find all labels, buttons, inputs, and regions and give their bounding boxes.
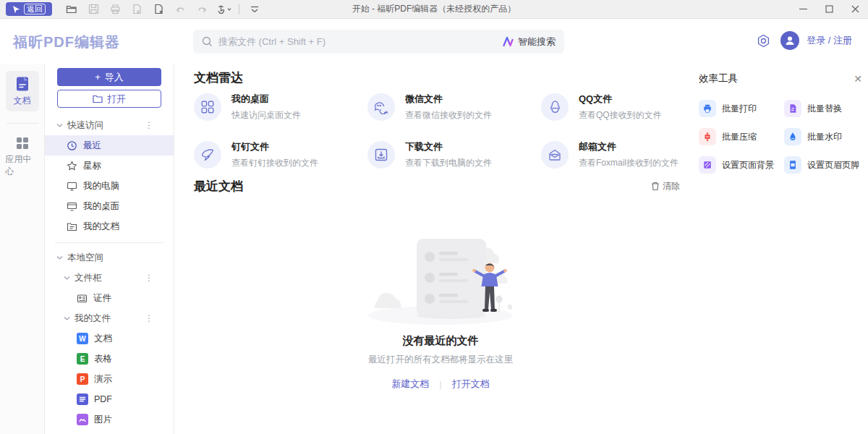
kebab-menu-icon[interactable]: ⋮ — [145, 120, 153, 130]
tools-panel-title: 效率工具 — [699, 72, 738, 85]
toolbar-divider — [239, 4, 239, 14]
open-button[interactable]: 打开 — [57, 90, 161, 108]
tool-batch-watermark[interactable]: 批量水印 — [784, 128, 862, 145]
rail-divider — [7, 123, 38, 124]
radar-card-dingtalk[interactable]: 钉钉文件查看钉钉接收到的文件 — [194, 139, 367, 171]
print-icon[interactable] — [104, 1, 126, 17]
avatar[interactable] — [780, 31, 799, 50]
tool-label: 设置页面背景 — [722, 159, 774, 171]
empty-title: 没有最近的文件 — [174, 334, 707, 348]
excel-file-icon: E — [77, 353, 88, 365]
open-file-icon[interactable] — [61, 1, 82, 17]
trash-icon — [651, 182, 660, 191]
export-page-icon[interactable] — [126, 1, 148, 17]
left-rail: 文档 应用中心 — [0, 64, 45, 434]
tree-item-word-documents[interactable]: W 文档 — [45, 328, 174, 349]
tool-batch-compress[interactable]: 批量压缩 — [699, 128, 784, 145]
card-title: 微信文件 — [405, 93, 492, 106]
mail-icon — [541, 141, 569, 169]
batch-replace-icon — [784, 100, 801, 117]
search-bar[interactable]: 智能搜索 — [193, 30, 564, 54]
settings-gear-icon[interactable] — [757, 34, 770, 48]
tree-item-certificates[interactable]: 证件 — [45, 288, 174, 308]
open-label: 打开 — [107, 93, 126, 106]
document-icon — [14, 76, 30, 92]
import-label: 导入 — [105, 71, 124, 84]
batch-watermark-icon — [784, 128, 801, 145]
tree-item-my-computer[interactable]: 我的电脑 — [45, 176, 174, 196]
open-document-link[interactable]: 打开文档 — [452, 378, 490, 391]
tool-label: 设置页眉页脚 — [807, 159, 859, 171]
app-logo: 福昕PDF编辑器 — [13, 33, 120, 52]
tree-item-slides[interactable]: P 演示 — [45, 369, 174, 389]
tool-header-footer[interactable]: 设置页眉页脚 — [784, 156, 862, 174]
rail-item-app-center[interactable]: 应用中心 — [6, 131, 39, 182]
radar-card-my-desktop[interactable]: 我的桌面快速访问桌面文件 — [194, 91, 367, 123]
import-button[interactable]: + 导入 — [57, 68, 161, 86]
tree-item-recent[interactable]: 最近 — [45, 135, 174, 156]
card-title: 钉钉文件 — [231, 140, 318, 153]
new-document-link[interactable]: 新建文档 — [391, 378, 429, 391]
close-panel-icon[interactable]: ✕ — [854, 74, 862, 84]
save-icon[interactable] — [82, 1, 104, 17]
kebab-menu-icon[interactable]: ⋮ — [145, 273, 153, 283]
maximize-button[interactable] — [816, 0, 842, 19]
tree-item-pdf[interactable]: PDF — [45, 389, 174, 409]
tool-batch-print[interactable]: 批量打印 — [699, 100, 784, 117]
radar-card-wechat[interactable]: 微信文件查看微信接收到的文件 — [367, 91, 541, 123]
login-register-link[interactable]: 登录 / 注册 — [807, 34, 852, 47]
tree-item-starred[interactable]: 星标 — [45, 156, 174, 176]
close-button[interactable] — [842, 0, 868, 19]
efficiency-tools-panel: 效率工具 ✕ 批量打印 批量替换 批量压缩 批量水印 设置页面背景 设置页眉页脚 — [699, 72, 862, 174]
radar-card-mailbox[interactable]: 邮箱文件查看Foxmail接收到的文件 — [541, 139, 715, 171]
link-separator: | — [439, 379, 441, 390]
item-label: 最近 — [83, 140, 101, 152]
image-file-icon — [77, 414, 88, 425]
new-page-icon[interactable] — [148, 1, 169, 17]
ai-search-button[interactable]: 智能搜索 — [503, 35, 556, 48]
caret-down-icon — [56, 123, 63, 128]
tree-item-my-desktop[interactable]: 我的桌面 — [45, 196, 174, 216]
search-input[interactable] — [218, 36, 503, 47]
tree-group-my-files[interactable]: 我的文件 ⋮ — [45, 308, 174, 328]
header-right: 登录 / 注册 — [757, 31, 852, 50]
tree-item-images[interactable]: 图片 — [45, 409, 174, 430]
card-subtitle: 查看微信接收到的文件 — [405, 109, 492, 122]
tree-group-quick-access[interactable]: 快速访问 ⋮ — [45, 115, 174, 135]
item-label: 图片 — [94, 414, 112, 426]
radar-card-qq[interactable]: QQ文件查看QQ接收到的文件 — [541, 91, 715, 123]
tool-page-background[interactable]: 设置页面背景 — [699, 156, 784, 174]
dingtalk-icon — [194, 141, 221, 169]
clear-label: 清除 — [663, 180, 680, 192]
tool-label: 批量打印 — [722, 103, 757, 115]
hand-tool-icon[interactable] — [213, 1, 234, 17]
minimize-button[interactable] — [790, 0, 816, 19]
tree-item-sheets[interactable]: E 表格 — [45, 349, 174, 369]
back-button[interactable]: 返回 — [6, 2, 52, 16]
group-label: 快速访问 — [67, 119, 103, 132]
rail-item-documents[interactable]: 文档 — [6, 71, 39, 111]
desktop-grid-icon — [194, 93, 221, 121]
tree-item-my-documents[interactable]: 我的文档 — [45, 216, 174, 237]
kebab-menu-icon[interactable]: ⋮ — [145, 313, 153, 323]
card-subtitle: 查看钉钉接收到的文件 — [231, 157, 318, 169]
collapse-toolbar-icon[interactable] — [244, 1, 265, 17]
tool-batch-replace[interactable]: 批量替换 — [784, 100, 862, 117]
tool-label: 批量替换 — [807, 103, 842, 115]
item-label: 星标 — [83, 160, 101, 172]
app-header: 福昕PDF编辑器 智能搜索 登录 / 注册 — [0, 20, 868, 64]
pdf-file-icon — [77, 393, 88, 405]
tree-divider — [55, 242, 163, 243]
tree-group-local-space[interactable]: 本地空间 — [45, 247, 174, 268]
undo-icon[interactable] — [169, 1, 191, 17]
tree-group-file-cabinet[interactable]: 文件柜 ⋮ — [45, 268, 174, 288]
caret-down-icon — [64, 316, 70, 321]
tool-label: 批量压缩 — [722, 131, 757, 143]
cursor-icon — [12, 5, 20, 14]
redo-icon[interactable] — [191, 1, 213, 17]
radar-card-downloads[interactable]: 下载文件查看下载到电脑的文件 — [367, 139, 541, 171]
card-subtitle: 查看Foxmail接收到的文件 — [579, 157, 678, 169]
ppt-file-icon: P — [77, 373, 88, 385]
clear-recent-button[interactable]: 清除 — [651, 180, 680, 192]
desktop-icon — [67, 201, 77, 212]
